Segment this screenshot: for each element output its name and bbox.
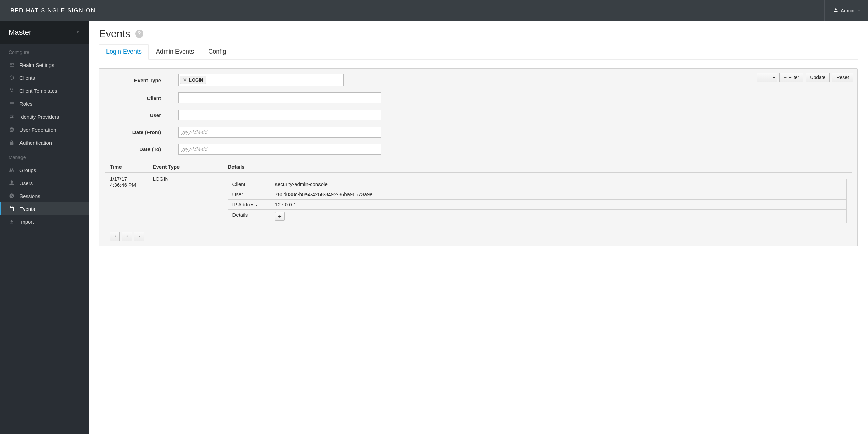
page-size-select[interactable]: [757, 73, 777, 82]
label-event-type: Event Type: [105, 77, 178, 83]
sidebar-item-roles[interactable]: Roles: [0, 97, 89, 110]
user-icon: [833, 8, 838, 14]
cubes-icon: [9, 88, 15, 94]
page-title-row: Events ?: [99, 28, 858, 40]
remove-token-icon[interactable]: ✕: [183, 77, 187, 83]
details-key-client: Client: [228, 179, 271, 189]
sidebar-item-identity-providers[interactable]: Identity Providers: [0, 110, 89, 123]
filter-button-label: Filter: [788, 75, 799, 80]
label-client: Client: [105, 95, 178, 101]
client-input[interactable]: [178, 92, 381, 103]
event-type-input[interactable]: ✕ LOGIN: [178, 74, 344, 86]
details-value-ip: 127.0.0.1: [271, 200, 847, 210]
user-label: Admin: [841, 8, 854, 13]
sidebar-item-label: Client Templates: [19, 88, 57, 94]
brand-logo: RED HAT SINGLE SIGN-ON: [10, 8, 96, 14]
sidebar-item-users[interactable]: Users: [0, 176, 89, 189]
cube-icon: [9, 75, 15, 81]
minus-icon: [784, 75, 787, 80]
sidebar: Master Configure Realm Settings Clients …: [0, 21, 89, 434]
cell-details: Client security-admin-console User 780d0…: [223, 173, 852, 227]
user-icon: [9, 180, 15, 186]
cell-time-time: 4:36:46 PM: [110, 182, 143, 188]
tab-login-events[interactable]: Login Events: [99, 44, 149, 60]
reset-button[interactable]: Reset: [832, 73, 853, 82]
group-icon: [9, 167, 15, 173]
sidebar-item-user-federation[interactable]: User Federation: [0, 123, 89, 136]
database-icon: [9, 127, 15, 133]
sidebar-item-label: Import: [19, 219, 34, 225]
chevron-down-icon: [857, 8, 861, 13]
sidebar-item-label: Realm Settings: [19, 62, 54, 68]
cell-time-date: 1/17/17: [110, 176, 143, 182]
sidebar-item-label: Authentication: [19, 140, 52, 146]
sidebar-item-client-templates[interactable]: Client Templates: [0, 84, 89, 97]
label-user: User: [105, 112, 178, 118]
label-date-from: Date (From): [105, 129, 178, 135]
lock-icon: [9, 140, 15, 146]
import-icon: [9, 219, 15, 225]
page-prev-button[interactable]: [122, 232, 132, 241]
page-title: Events: [99, 28, 130, 40]
list-icon: [9, 101, 15, 107]
label-date-to: Date (To): [105, 146, 178, 152]
events-table: Time Event Type Details 1/17/17 4:36:46 …: [105, 161, 852, 227]
topbar: RED HAT SINGLE SIGN-ON Admin: [0, 0, 868, 21]
th-time: Time: [105, 161, 148, 173]
filter-actions: Filter Update Reset: [757, 73, 853, 82]
calendar-icon: [9, 206, 15, 212]
user-input[interactable]: [178, 110, 381, 120]
brand-strong: RED HAT: [10, 8, 39, 13]
sidebar-item-label: Clients: [19, 75, 35, 81]
sidebar-item-label: User Federation: [19, 127, 56, 133]
table-row: 1/17/17 4:36:46 PM LOGIN Client security…: [105, 173, 852, 227]
brand-light: SINGLE SIGN-ON: [41, 8, 96, 13]
details-value-user: 780d038c-b0a4-4268-8492-36ba96573a9e: [271, 189, 847, 200]
tabs: Login Events Admin Events Config: [99, 44, 858, 60]
sidebar-section-configure: Configure: [0, 44, 89, 58]
token-label: LOGIN: [189, 77, 203, 83]
date-from-input[interactable]: [178, 127, 381, 138]
th-details: Details: [223, 161, 852, 173]
filter-panel: Filter Update Reset Event Type ✕ LOGIN C…: [99, 68, 858, 246]
tab-admin-events[interactable]: Admin Events: [149, 44, 201, 59]
chevron-down-icon: [75, 30, 80, 35]
page-first-button[interactable]: [110, 232, 120, 241]
details-table: Client security-admin-console User 780d0…: [228, 179, 847, 223]
page-next-button[interactable]: [134, 232, 144, 241]
details-value-client: security-admin-console: [271, 179, 847, 189]
sliders-icon: [9, 62, 15, 68]
sidebar-item-sessions[interactable]: Sessions: [0, 189, 89, 202]
details-key-user: User: [228, 189, 271, 200]
sidebar-item-groups[interactable]: Groups: [0, 163, 89, 176]
realm-selector[interactable]: Master: [0, 21, 89, 44]
details-key-ip: IP Address: [228, 200, 271, 210]
sidebar-item-label: Identity Providers: [19, 114, 59, 120]
sidebar-item-label: Sessions: [19, 193, 40, 199]
expand-details-button[interactable]: +: [275, 212, 285, 221]
event-type-token: ✕ LOGIN: [180, 76, 206, 84]
pagination: [110, 232, 852, 241]
sidebar-item-realm-settings[interactable]: Realm Settings: [0, 58, 89, 71]
user-menu[interactable]: Admin: [824, 0, 861, 21]
sidebar-item-clients[interactable]: Clients: [0, 71, 89, 84]
sidebar-item-authentication[interactable]: Authentication: [0, 136, 89, 149]
cell-time: 1/17/17 4:36:46 PM: [105, 173, 148, 227]
sidebar-item-import[interactable]: Import: [0, 215, 89, 228]
date-to-input[interactable]: [178, 144, 381, 155]
help-icon[interactable]: ?: [135, 30, 143, 38]
realm-name: Master: [9, 28, 31, 37]
svg-rect-0: [784, 77, 787, 78]
sidebar-item-label: Roles: [19, 101, 32, 107]
clock-icon: [9, 193, 15, 199]
details-value-expand: +: [271, 210, 847, 223]
th-event-type: Event Type: [148, 161, 223, 173]
tab-config[interactable]: Config: [201, 44, 233, 59]
collapse-filter-button[interactable]: Filter: [779, 73, 803, 82]
main-content: Events ? Login Events Admin Events Confi…: [89, 21, 868, 434]
sidebar-item-events[interactable]: Events: [0, 202, 89, 215]
details-key-details: Details: [228, 210, 271, 223]
sidebar-item-label: Events: [19, 206, 35, 212]
update-button[interactable]: Update: [806, 73, 830, 82]
cell-event-type: LOGIN: [148, 173, 223, 227]
